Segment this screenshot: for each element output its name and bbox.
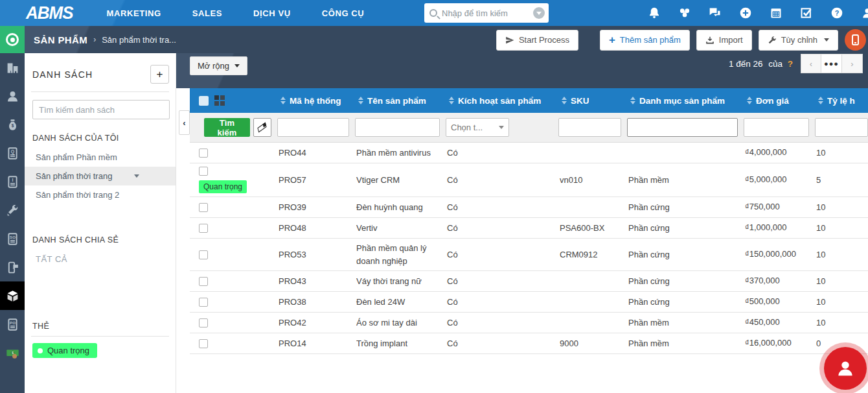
row-checkbox[interactable]	[199, 167, 208, 176]
sort-icon[interactable]	[818, 97, 823, 104]
sort-icon[interactable]	[630, 97, 635, 104]
cell-sku	[558, 197, 627, 217]
module-square[interactable]	[0, 26, 25, 53]
list-item-software-products[interactable]: Sản phẩm Phần mềm	[25, 148, 176, 167]
table-row[interactable]: PRO44 Phần mềm antivirus Có ₫4,000,000 1…	[190, 143, 868, 163]
table-row[interactable]: PRO14 Trồng implant Có 9000 Phần mềm ₫16…	[190, 333, 868, 354]
cell-category: Phần cứng	[627, 271, 744, 291]
column-header-name[interactable]: Tên sản phẩm	[355, 88, 446, 113]
row-checkbox[interactable]	[199, 318, 208, 328]
sidebar-item-invoices[interactable]: I	[0, 167, 25, 196]
more-pages-button[interactable]: ●●●	[821, 54, 842, 73]
sidebar-item-products[interactable]	[0, 281, 25, 310]
table-row[interactable]: Quan trọng PRO57 Vtiger CRM Có vn010 Phầ…	[190, 163, 868, 197]
pagination-total-hint[interactable]: ?	[788, 59, 793, 69]
column-header-sku[interactable]: SKU	[558, 88, 627, 113]
collapse-sidebar-button[interactable]: ‹	[179, 110, 190, 135]
table-row[interactable]: PRO42 Áo sơ mi tay dài Có Phần mềm ₫450,…	[190, 313, 868, 333]
cell-code: PRO38	[277, 292, 355, 312]
sidebar-item-quotes[interactable]: Q	[0, 139, 25, 167]
apps-icon[interactable]	[678, 6, 691, 19]
sidebar-item-deals[interactable]: $	[0, 110, 25, 139]
sidebar-item-payments[interactable]: $	[0, 339, 25, 367]
menu-tools[interactable]: CÔNG CỤ	[322, 8, 365, 18]
call-widget-button[interactable]	[845, 29, 866, 51]
column-header-category[interactable]: Danh mục sản phẩm	[627, 88, 744, 113]
user-icon[interactable]	[861, 6, 868, 19]
import-button[interactable]: Import	[696, 30, 752, 51]
sidebar-item-services[interactable]	[0, 196, 25, 224]
select-all-checkbox[interactable]	[199, 96, 209, 106]
breadcrumb-module[interactable]: SẢN PHẨM	[34, 34, 87, 45]
table-row[interactable]: PRO43 Váy thời trang nữ Có Phần cứng ₫37…	[190, 271, 868, 292]
add-list-button[interactable]: +	[150, 65, 169, 84]
sidebar-item-sms[interactable]	[0, 253, 25, 281]
column-header-rate[interactable]: Tỷ lệ h	[815, 88, 868, 113]
column-header-code[interactable]: Mã hệ thống	[277, 88, 355, 113]
tasks-icon[interactable]	[800, 6, 813, 19]
plus-circle-icon[interactable]	[739, 6, 752, 19]
sort-icon[interactable]	[358, 97, 363, 104]
sort-icon[interactable]	[280, 97, 286, 104]
row-checkbox[interactable]	[199, 149, 208, 158]
filter-rate-input[interactable]	[815, 118, 868, 137]
row-checkbox[interactable]	[199, 203, 208, 212]
calendar-icon[interactable]	[770, 6, 782, 19]
cell-rate: 5	[815, 163, 868, 196]
sort-icon[interactable]	[747, 97, 752, 104]
app-logo[interactable]: ABMS	[26, 3, 73, 24]
start-process-button[interactable]: Start Process	[496, 30, 578, 51]
menu-sales[interactable]: SALES	[192, 8, 222, 18]
filter-price-input[interactable]	[744, 118, 809, 137]
table-row[interactable]: PRO53 Phần mềm quản lý doanh nghiệp Có C…	[190, 239, 868, 271]
chevron-down-icon[interactable]	[134, 174, 139, 178]
list-item-fashion-products[interactable]: Sản phẩm thời trang	[25, 167, 176, 185]
row-checkbox[interactable]	[199, 339, 208, 348]
row-checkbox[interactable]	[199, 250, 208, 259]
divider	[31, 336, 169, 337]
row-checkbox[interactable]	[199, 224, 208, 233]
sidebar-item-contacts[interactable]	[0, 82, 25, 110]
clear-filters-button[interactable]	[253, 118, 271, 137]
grid-view-icon[interactable]	[214, 95, 225, 106]
table-row[interactable]: PRO48 Vertiv Có PSA600-BX Phần cứng ₫1,0…	[190, 218, 868, 239]
next-page-button[interactable]: ›	[842, 54, 863, 73]
add-product-button[interactable]: + Thêm sản phẩm	[600, 30, 690, 51]
filter-category-input[interactable]	[627, 118, 738, 137]
customize-button[interactable]: Tùy chỉnh	[759, 30, 838, 51]
column-header-price[interactable]: Đơn giá	[744, 88, 815, 113]
filter-name-input[interactable]	[355, 118, 440, 137]
cell-name: Đèn huỳnh quang	[355, 197, 446, 217]
column-header-active[interactable]: Kích hoạt sản phẩm	[446, 88, 558, 113]
table-search-button[interactable]: Tìm kiếm	[204, 118, 250, 137]
sidebar-item-purchase-orders[interactable]: PO	[0, 310, 25, 339]
sidebar-item-sales-orders[interactable]: SO	[0, 224, 25, 253]
help-icon[interactable]: ?	[830, 6, 843, 19]
prev-page-button[interactable]: ‹	[801, 54, 821, 73]
search-advanced-toggle-icon[interactable]	[533, 7, 545, 19]
sidebar-item-organizations[interactable]	[0, 53, 25, 82]
filter-sku-input[interactable]	[558, 118, 621, 137]
menu-marketing[interactable]: MARKETING	[107, 8, 161, 18]
menu-services[interactable]: DỊCH VỤ	[253, 8, 291, 18]
bell-icon[interactable]	[648, 6, 661, 19]
tag-important[interactable]: Quan trọng	[32, 343, 97, 358]
filter-code-input[interactable]	[277, 118, 349, 137]
table-row[interactable]: PRO39 Đèn huỳnh quang Có Phần cứng ₫750,…	[190, 197, 868, 218]
table-row[interactable]: PRO38 Đèn led 24W Có Phần cứng ₫500,000 …	[190, 292, 868, 313]
list-item-fashion-products-2[interactable]: Sản phẩm thời trang 2	[25, 185, 176, 204]
cell-active: Có	[446, 218, 558, 238]
chat-icon[interactable]	[709, 6, 722, 19]
cell-price: ₫5,000,000	[744, 163, 815, 196]
sort-icon[interactable]	[449, 97, 454, 104]
filter-active-select[interactable]: Chọn t...	[446, 118, 509, 137]
row-checkbox[interactable]	[199, 277, 208, 286]
expand-button[interactable]: Mở rộng	[190, 56, 247, 75]
support-widget-button[interactable]	[824, 347, 867, 390]
breadcrumb-leaf[interactable]: Sản phẩm thời tra...	[102, 35, 176, 45]
list-item-all[interactable]: TẤT CẢ	[25, 250, 176, 268]
list-search-input[interactable]	[32, 100, 170, 119]
global-search-input[interactable]	[442, 8, 533, 18]
row-checkbox[interactable]	[199, 298, 208, 307]
sort-icon[interactable]	[562, 97, 567, 104]
